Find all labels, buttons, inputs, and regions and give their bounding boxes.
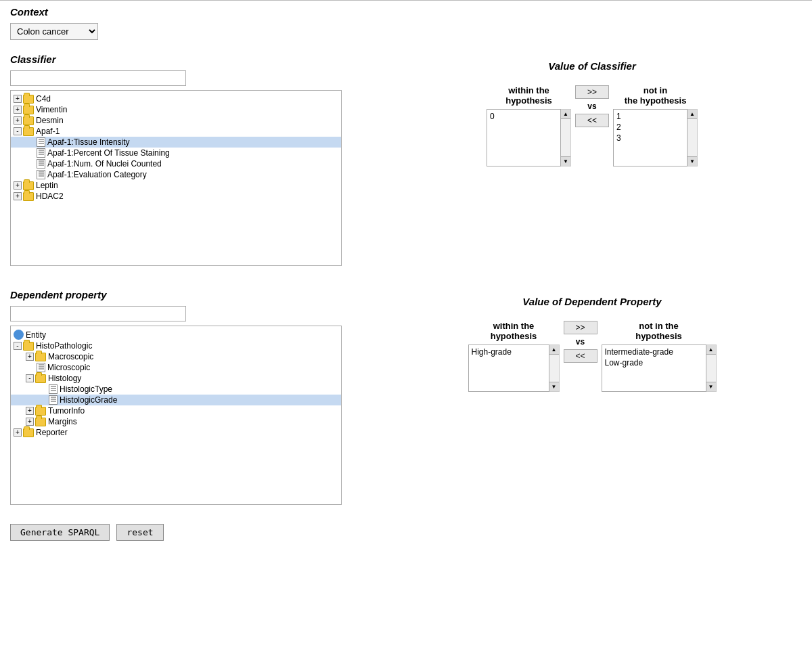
toggle-icon-margins[interactable]: + xyxy=(26,418,34,426)
tree-item-apaf1-nnc[interactable]: Apaf-1:Num. Of Nuclei Counted xyxy=(11,158,341,169)
dep-notinhyp-label: not in thehypothesis xyxy=(602,321,717,341)
tree-item-vimentin[interactable]: +Vimentin xyxy=(11,104,341,115)
dep-forward-btn[interactable]: >> xyxy=(564,321,597,334)
dep-notinhyp-item-2[interactable]: Low-grade xyxy=(604,357,704,368)
classifier-within-label: within thehypothesis xyxy=(487,85,571,106)
dep-notinhyp-scroll-up[interactable]: ▲ xyxy=(706,345,716,355)
tree-label-apaf1: Apaf-1 xyxy=(36,127,60,136)
classifier-notinhyp-label: not inthe hypothesis xyxy=(613,85,698,106)
classifier-notinhyp-list[interactable]: 1 2 3 xyxy=(613,109,687,166)
folder-icon-histopathologic xyxy=(23,342,34,351)
tree-item-histopathologic[interactable]: -HistoPathologic xyxy=(11,340,341,351)
tree-label-desmin: Desmin xyxy=(36,116,64,125)
tree-label-apaf1-ti: Apaf-1:Tissue Intensity xyxy=(47,137,130,147)
tree-item-hdac2[interactable]: +HDAC2 xyxy=(11,191,341,202)
toggle-icon-hdac2[interactable]: + xyxy=(14,192,22,200)
classifier-input[interactable]: Apaf-1:Tissue Intensity xyxy=(10,70,186,86)
classifier-notinhyp-item-3[interactable]: 3 xyxy=(615,133,685,143)
tree-item-entity[interactable]: Entity xyxy=(11,329,341,340)
generate-sparql-button[interactable]: Generate SPARQL xyxy=(10,524,110,541)
dependent-input[interactable]: HistologicGrade xyxy=(10,306,186,321)
dep-notinhyp-item-1[interactable]: Intermediate-grade xyxy=(604,347,704,357)
classifier-notinhyp-item-1[interactable]: 1 xyxy=(615,111,685,122)
toggle-icon-tumorinfo[interactable]: + xyxy=(26,407,34,415)
context-select[interactable]: Colon cancer Breast cancer Lung cancer xyxy=(10,23,98,40)
tree-label-reporter: Reporter xyxy=(36,428,68,437)
toggle-icon-c4d[interactable]: + xyxy=(14,95,22,103)
tree-label-apaf1-pts: Apaf-1:Percent Of Tissue Staining xyxy=(47,148,170,158)
tree-label-entity: Entity xyxy=(26,330,46,340)
tree-label-macroscopic: Macroscopic xyxy=(48,352,93,361)
tree-item-macroscopic[interactable]: +Macroscopic xyxy=(11,351,341,362)
tree-item-leptin[interactable]: +Leptin xyxy=(11,180,341,191)
dep-within-list[interactable]: High-grade xyxy=(468,344,549,392)
toggle-icon-histopathologic[interactable]: - xyxy=(14,342,22,350)
doc-icon-apaf1-nnc xyxy=(37,159,45,169)
classifier-within-list[interactable]: 0 xyxy=(487,109,561,166)
tree-label-histologicgrade: HistologicGrade xyxy=(60,395,117,405)
tree-item-apaf1-pts[interactable]: Apaf-1:Percent Of Tissue Staining xyxy=(11,148,341,158)
folder-icon-apaf1 xyxy=(23,127,34,136)
tree-label-c4d: C4d xyxy=(36,94,51,104)
classifier-within-item[interactable]: 0 xyxy=(489,111,559,122)
tree-item-c4d[interactable]: +C4d xyxy=(11,93,341,104)
folder-icon-macroscopic xyxy=(35,353,46,361)
tree-item-microscopic[interactable]: Microscopic xyxy=(11,362,341,373)
folder-icon-margins xyxy=(35,418,46,426)
tree-item-margins[interactable]: +Margins xyxy=(11,416,341,427)
notinhyp-scroll-down[interactable]: ▼ xyxy=(687,156,697,166)
classifier-vs-label: vs xyxy=(587,102,596,111)
notinhyp-scroll-up[interactable]: ▲ xyxy=(687,110,697,119)
toggle-icon-vimentin[interactable]: + xyxy=(14,106,22,114)
dep-notinhyp-scroll-down[interactable]: ▼ xyxy=(706,382,716,391)
tree-label-margins: Margins xyxy=(48,417,77,426)
tree-item-reporter[interactable]: +Reporter xyxy=(11,427,341,438)
tree-item-desmin[interactable]: +Desmin xyxy=(11,115,341,126)
classifier-tree: +C4d+Vimentin+Desmin-Apaf-1Apaf-1:Tissue… xyxy=(10,90,342,266)
reset-button[interactable]: reset xyxy=(116,524,163,541)
tree-label-vimentin: Vimentin xyxy=(36,105,67,114)
tree-item-apaf1-ti[interactable]: Apaf-1:Tissue Intensity xyxy=(11,137,341,148)
tree-item-histology[interactable]: -Histology xyxy=(11,373,341,384)
value-of-dependent-label: Value of Dependent Property xyxy=(522,296,661,307)
tree-item-histologictype[interactable]: HistologicType xyxy=(11,384,341,395)
toggle-icon-histology[interactable]: - xyxy=(26,374,34,382)
folder-icon-c4d xyxy=(23,95,34,104)
toggle-icon-macroscopic[interactable]: + xyxy=(26,353,34,361)
classifier-back-btn[interactable]: << xyxy=(575,114,609,127)
tree-item-apaf1-ec[interactable]: Apaf-1:Evaluation Category xyxy=(11,169,341,180)
tree-label-histopathologic: HistoPathologic xyxy=(36,341,92,351)
dep-within-scroll-up[interactable]: ▲ xyxy=(549,345,559,355)
classifier-notinhyp-item-2[interactable]: 2 xyxy=(615,122,685,133)
dep-notinhyp-list[interactable]: Intermediate-grade Low-grade xyxy=(602,344,706,392)
dependent-label: Dependent property xyxy=(10,289,355,301)
folder-icon-tumorinfo xyxy=(35,407,46,416)
dep-vs-label: vs xyxy=(576,337,585,347)
toggle-icon-apaf1[interactable]: - xyxy=(14,127,22,135)
folder-icon-hdac2 xyxy=(23,192,34,201)
classifier-forward-btn[interactable]: >> xyxy=(575,85,609,99)
tree-label-microscopic: Microscopic xyxy=(47,363,90,372)
folder-icon-leptin xyxy=(23,181,34,190)
tree-label-leptin: Leptin xyxy=(36,181,58,190)
toggle-icon-desmin[interactable]: + xyxy=(14,116,22,125)
dep-within-item[interactable]: High-grade xyxy=(470,347,547,357)
tree-label-apaf1-ec: Apaf-1:Evaluation Category xyxy=(47,170,147,179)
doc-icon-histologicgrade xyxy=(49,395,58,405)
doc-icon-histologictype xyxy=(49,384,58,394)
tree-item-apaf1[interactable]: -Apaf-1 xyxy=(11,126,341,137)
toggle-icon-reporter[interactable]: + xyxy=(14,428,22,437)
tree-item-tumorinfo[interactable]: +TumorInfo xyxy=(11,405,341,416)
within-scroll-up[interactable]: ▲ xyxy=(561,110,570,119)
dep-within-scroll-down[interactable]: ▼ xyxy=(549,382,559,391)
toggle-icon-leptin[interactable]: + xyxy=(14,181,22,190)
within-scroll-down[interactable]: ▼ xyxy=(561,156,570,166)
folder-icon-desmin xyxy=(23,116,34,125)
dep-within-label: within thehypothesis xyxy=(468,321,560,341)
doc-icon-apaf1-pts xyxy=(37,148,45,158)
tree-item-histologicgrade[interactable]: HistologicGrade xyxy=(11,395,341,405)
dep-back-btn[interactable]: << xyxy=(564,349,597,363)
dependent-tree: Entity-HistoPathologic+MacroscopicMicros… xyxy=(10,326,342,505)
doc-icon-microscopic xyxy=(37,363,45,372)
entity-icon-entity xyxy=(14,330,24,340)
